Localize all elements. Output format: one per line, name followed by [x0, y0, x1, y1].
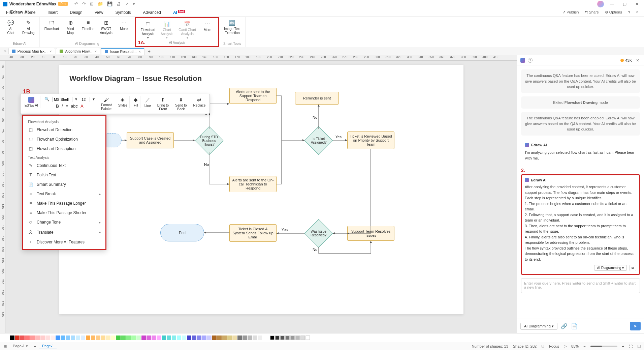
shape-alerts-oncall[interactable]: Alerts are sent to the On-call Technicia… — [229, 176, 277, 192]
color-swatch[interactable] — [248, 336, 252, 340]
menu-design[interactable]: Design — [70, 10, 82, 15]
gray-swatch[interactable] — [300, 336, 305, 340]
flowchart-analysis-button[interactable]: ⬚Flowchart Analysis▾ — [139, 19, 157, 40]
zoom-out-button[interactable]: − — [583, 344, 585, 348]
shape-alerts-support[interactable]: Alerts are sent to the Support Team to R… — [229, 88, 277, 104]
menu-flowchart-optimization[interactable]: ⬚Flowchart Optimization — [23, 135, 105, 144]
color-swatch[interactable] — [243, 336, 247, 340]
zoom-in-button[interactable]: + — [622, 344, 624, 348]
color-swatch[interactable] — [81, 336, 85, 340]
tab-issue-resolution[interactable]: Issue Resoluti...× — [101, 48, 144, 55]
color-swatch[interactable] — [101, 336, 105, 340]
menu-advanced[interactable]: Advanced — [143, 10, 161, 15]
color-swatch[interactable] — [253, 336, 257, 340]
send-button[interactable]: ➤ — [630, 322, 641, 330]
undo-icon[interactable]: ↶ — [74, 1, 78, 6]
color-swatch[interactable] — [66, 336, 70, 340]
shape-std-hours[interactable]: During STD Business Hours? — [195, 126, 224, 155]
gantt-analysis-button[interactable]: 📅Gantt Chart Analysis▾ — [177, 19, 197, 40]
color-swatch[interactable] — [86, 336, 90, 340]
color-swatch[interactable] — [40, 336, 45, 340]
menu-flowchart-detection[interactable]: ⬚Flowchart Detection — [23, 125, 105, 135]
ai-drawing-button[interactable]: ✎AI Drawing — [21, 18, 36, 36]
color-swatch[interactable] — [131, 336, 136, 340]
font-color-button[interactable]: A — [80, 104, 84, 109]
color-swatch[interactable] — [45, 336, 50, 340]
color-swatch[interactable] — [10, 336, 14, 340]
color-swatch[interactable] — [227, 336, 232, 340]
replace-button[interactable]: ⇄Replace — [191, 96, 208, 108]
styles-button[interactable]: ◈Styles — [116, 96, 130, 108]
align-button[interactable]: ≡ — [65, 104, 68, 109]
gray-swatch[interactable] — [295, 336, 300, 340]
image-text-extraction-button[interactable]: 🔤Image Text Extraction — [223, 18, 242, 36]
add-page-button[interactable]: + — [34, 344, 36, 348]
shape-closed[interactable]: Ticket is Closed & System Sends Follow u… — [229, 224, 277, 242]
tab-process-map[interactable]: Process Map Ex...× — [8, 48, 56, 54]
color-swatch[interactable] — [61, 336, 65, 340]
bold-button[interactable]: B — [56, 104, 59, 109]
fit-icon[interactable]: ⛶ — [629, 344, 633, 348]
canvas[interactable]: Workflow Diagram – Issue Resolution 1B S… — [5, 61, 517, 333]
gray-swatch[interactable] — [270, 336, 275, 340]
menu-change-tone[interactable]: ☺Change Tone▸ — [23, 217, 105, 227]
attach-icon[interactable]: 🔗 — [561, 323, 568, 329]
focus-icon[interactable]: ⊡ — [541, 344, 544, 348]
color-swatch[interactable] — [192, 336, 196, 340]
copy-result-icon[interactable]: ⧉ — [630, 265, 636, 271]
menu-discover-more[interactable]: +Discover More AI Features — [23, 237, 105, 247]
color-swatch[interactable] — [157, 336, 161, 340]
collapse-icon[interactable]: ^ — [636, 10, 638, 14]
gray-swatch[interactable] — [285, 336, 290, 340]
gray-swatch[interactable] — [305, 336, 310, 340]
color-swatch[interactable] — [237, 336, 242, 340]
color-swatch[interactable] — [177, 336, 181, 340]
send-back-button[interactable]: ⬇Send to Back — [173, 96, 189, 112]
color-swatch[interactable] — [30, 336, 35, 340]
color-swatch[interactable] — [121, 336, 126, 340]
zoom-slider[interactable] — [590, 346, 617, 347]
menu-longer[interactable]: ≡Make This Passage Longer — [23, 199, 105, 208]
close-icon[interactable]: ✕ — [633, 1, 641, 7]
color-swatch[interactable] — [136, 336, 141, 340]
color-swatch[interactable] — [96, 336, 100, 340]
edraw-ai-button[interactable]: Edraw AI — [23, 96, 40, 108]
options-button[interactable]: ⚙ Options — [605, 10, 622, 14]
color-swatch[interactable] — [106, 336, 110, 340]
font-size-input[interactable] — [80, 97, 90, 102]
color-swatch[interactable] — [172, 336, 176, 340]
color-swatch[interactable] — [147, 336, 151, 340]
color-swatch[interactable] — [217, 336, 222, 340]
doc-icon[interactable]: 📄 — [571, 323, 578, 329]
swot-button[interactable]: ⊞SWOT Analysis — [98, 18, 114, 36]
shape-resolves[interactable]: Support Team Resolves Issues — [347, 226, 394, 241]
ai-chat-button[interactable]: 💬AI Chat — [3, 18, 18, 36]
chart-analysis-button[interactable]: 📊Chart Analysis▾ — [159, 19, 174, 40]
color-swatch[interactable] — [111, 336, 116, 340]
strike-button[interactable]: abc — [71, 104, 78, 109]
color-swatch[interactable] — [202, 336, 206, 340]
help-icon[interactable]: ? — [628, 10, 630, 14]
line-button[interactable]: ／Line — [142, 96, 153, 108]
pages-icon[interactable]: ▦ — [3, 344, 7, 348]
print-icon[interactable]: 🖨 — [117, 1, 121, 6]
color-swatch[interactable] — [71, 336, 75, 340]
more-analysis-button[interactable]: ⋯More — [200, 19, 215, 33]
export-icon[interactable]: ↗ — [125, 1, 129, 6]
color-swatch[interactable] — [35, 336, 40, 340]
menu-polish-text[interactable]: TPolish Text — [23, 170, 105, 180]
save-icon[interactable]: 💾 — [107, 1, 112, 6]
publish-button[interactable]: ↗ Publish — [562, 10, 579, 14]
present-icon[interactable]: ▷ — [564, 344, 567, 348]
color-swatch[interactable] — [76, 336, 80, 340]
color-swatch[interactable] — [91, 336, 95, 340]
maximize-icon[interactable]: ▢ — [620, 1, 629, 7]
italic-button[interactable]: I — [62, 104, 63, 109]
menu-continuous-text[interactable]: ✎Continuous Text — [23, 161, 105, 170]
new-tab-button[interactable]: + — [145, 49, 153, 54]
share-button[interactable]: ⇆ Share — [585, 10, 599, 14]
chat-log[interactable]: The continuous Q&A feature has been enab… — [517, 65, 644, 319]
color-swatch[interactable] — [207, 336, 212, 340]
close-tab-icon[interactable]: × — [138, 50, 140, 54]
color-swatch[interactable] — [162, 336, 166, 340]
